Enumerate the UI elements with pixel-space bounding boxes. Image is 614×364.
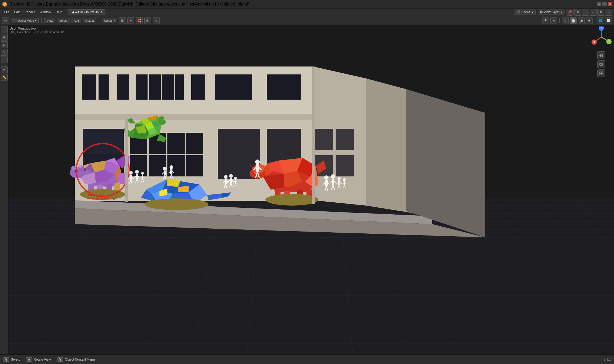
viewport-3d[interactable]: Small Bear for scale reference [8, 25, 614, 354]
xray-btn[interactable]: ⬜ [605, 17, 612, 24]
svg-rect-207 [344, 181, 345, 185]
svg-point-206 [343, 178, 346, 181]
separator-2 [99, 18, 99, 23]
menu-edit[interactable]: Edit [12, 10, 22, 15]
svg-rect-52 [167, 155, 185, 176]
select-key: 🖱 [3, 357, 9, 362]
svg-rect-195 [332, 179, 334, 185]
copy-viewlayer-btn[interactable]: ⧉ [597, 9, 604, 16]
camera-view-btn[interactable] [597, 60, 605, 68]
titlebar: Blender* [C:\Users\Bartholomew\OneDrive\… [0, 0, 614, 8]
svg-rect-54 [186, 155, 203, 176]
status-rotate: 🖱 Rotate View [26, 357, 51, 362]
select-label: Select [11, 358, 20, 361]
object-mode-dropdown[interactable]: ⬛ Object Mode ▾ [11, 18, 39, 23]
compositor-btn[interactable]: 🌐 [597, 17, 604, 24]
viewport-scene: Small Bear for scale reference [8, 25, 614, 354]
minimize-button[interactable]: — [597, 2, 601, 6]
camera-icon: 🎬 [517, 10, 520, 14]
scene-selector[interactable]: 🎬 Scene ▾ [514, 10, 536, 15]
material-shading-btn[interactable]: ◑ [578, 17, 585, 24]
svg-rect-235 [602, 74, 603, 75]
svg-rect-36 [149, 74, 161, 100]
annotate-tool[interactable]: ✏ [1, 66, 8, 73]
svg-point-134 [129, 171, 133, 175]
svg-rect-234 [600, 74, 601, 75]
cursor-tool[interactable]: ✛ [1, 26, 8, 33]
move-tool[interactable]: ✥ [1, 34, 8, 41]
transform-tool[interactable]: ⊹ [1, 56, 8, 63]
gizmo-icon[interactable]: ⌖ [127, 17, 134, 24]
svg-point-170 [224, 175, 228, 179]
context-key: 🖱 [57, 357, 63, 362]
svg-rect-37 [162, 74, 174, 100]
svg-point-115 [145, 198, 208, 210]
scale-tool[interactable]: ⤡ [1, 49, 8, 56]
svg-point-2 [4, 3, 6, 5]
mode-dropdown-icon: ▾ [35, 19, 36, 22]
svg-point-164 [255, 159, 260, 164]
view-menu-btn[interactable]: View [44, 18, 55, 23]
global-dropdown-icon: ▾ [113, 19, 115, 22]
menu-window[interactable]: Window [37, 10, 53, 15]
svg-rect-217 [125, 119, 128, 202]
svg-rect-42 [75, 114, 313, 120]
svg-rect-232 [600, 72, 601, 73]
object-menu-btn[interactable]: Object [83, 18, 96, 23]
separator-1 [41, 18, 42, 23]
global-dropdown[interactable]: Global ▾ [102, 18, 117, 23]
menu-file[interactable]: File [2, 10, 11, 15]
back-to-previous-button[interactable]: ◀ ◀ Back to Previous [68, 9, 105, 15]
svg-text:X: X [593, 41, 595, 44]
viewport-shading-eye[interactable]: 👁 [542, 17, 549, 24]
axis-gizmo[interactable]: Z Y X [591, 26, 612, 48]
add-menu-btn[interactable]: Add [72, 18, 82, 23]
perspective-ortho-toggle[interactable] [597, 51, 605, 59]
close-button[interactable]: ✕ [608, 2, 612, 6]
grid-view-btn[interactable] [597, 69, 605, 77]
left-tool-sidebar: ✛ ✥ ↻ ⤡ ⊹ ✏ 📏 [0, 25, 8, 354]
proportional-edit-icon[interactable]: ◎ [144, 17, 151, 24]
svg-rect-38 [175, 74, 184, 100]
measure-tool[interactable]: 📏 [1, 74, 8, 81]
mode-icon-btn[interactable]: ◎ [2, 17, 9, 24]
wireframe-shading-btn[interactable]: ⬡ [562, 17, 569, 24]
svg-point-133 [265, 194, 318, 206]
svg-text:Small Bear: Small Bear [87, 193, 104, 197]
back-icon: ◀ [72, 10, 74, 14]
viewport-overlay-icon[interactable]: ⊞ [119, 17, 126, 24]
svg-point-194 [331, 174, 335, 179]
rendered-shading-btn[interactable]: ● [586, 17, 593, 24]
object-mode-cube-icon: ⬛ [13, 19, 17, 22]
svg-rect-40 [215, 74, 252, 100]
pin-icon-btn[interactable]: 📌 [567, 9, 573, 16]
select-menu-btn[interactable]: Select [57, 18, 70, 23]
statusbar: 🖱 Select 🖱 Rotate View 🖱 Object Context … [0, 354, 614, 364]
menu-render[interactable]: Render [22, 10, 37, 15]
viewlayer-selector[interactable]: ⊞ View Layer ▾ [538, 10, 564, 15]
viewport-overlay-btn[interactable]: ⊕ [550, 17, 557, 24]
svg-point-146 [141, 172, 144, 175]
titlebar-controls[interactable]: — □ ✕ [597, 2, 612, 6]
svg-rect-165 [256, 164, 259, 172]
rotate-tool[interactable]: ↻ [1, 41, 8, 48]
viewport-gizmo-area: Z Y X [591, 26, 612, 77]
delete-viewlayer-btn[interactable]: ✕ [605, 9, 612, 16]
menu-help[interactable]: Help [54, 10, 64, 15]
svg-text:Y: Y [608, 40, 610, 43]
svg-rect-159 [170, 169, 172, 174]
titlebar-title: Blender* [C:\Users\Bartholomew\OneDrive\… [10, 2, 249, 7]
copy-scene-btn[interactable]: ⧉ [574, 9, 581, 16]
svg-text:Z: Z [600, 27, 602, 30]
snap-icon[interactable]: 🧲 [136, 17, 143, 24]
svg-rect-34 [117, 74, 129, 100]
solid-shading-btn[interactable]: ⬤ [570, 17, 577, 24]
falloff-icon[interactable]: ∿ [153, 17, 160, 24]
svg-rect-51 [167, 133, 185, 154]
add-viewlayer-btn[interactable]: + [590, 9, 597, 16]
delete-scene-btn[interactable]: ✕ [582, 9, 589, 16]
svg-text:for scale reference: for scale reference [87, 197, 115, 201]
svg-rect-41 [267, 74, 301, 100]
maximize-button[interactable]: □ [602, 2, 607, 6]
separator-3 [559, 18, 560, 23]
